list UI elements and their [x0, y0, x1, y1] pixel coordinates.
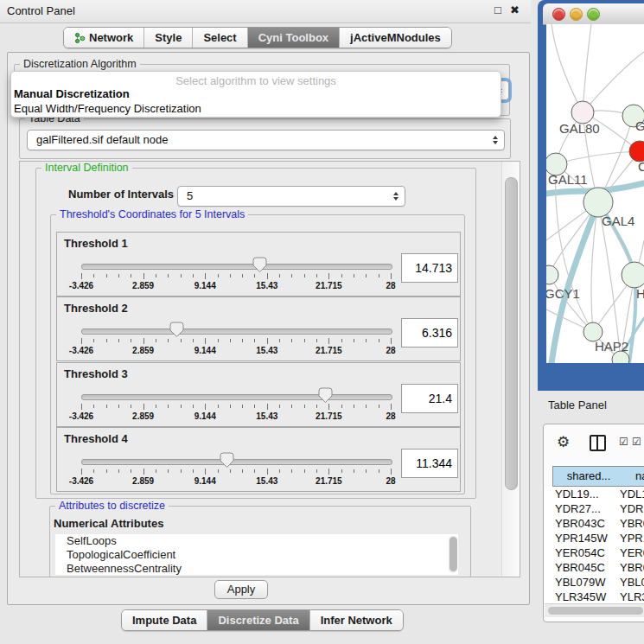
cell-shared-name: YDR27... [555, 501, 601, 516]
threshold-value-field[interactable]: 11.344 [401, 449, 458, 478]
attributes-group-title: Attributes to discretize [55, 500, 169, 513]
tab-discretize-data[interactable]: Discretize Data [207, 610, 309, 630]
slider-tick-label: 2.859 [124, 411, 163, 421]
slider-thumb[interactable] [318, 387, 333, 404]
threshold-value-field[interactable]: 21.4 [401, 384, 458, 413]
slider-thumb[interactable] [220, 452, 234, 469]
threshold-value-field[interactable]: 14.713 [401, 253, 458, 283]
algorithm-popup-item[interactable]: Manual Discretization [14, 87, 130, 100]
slider-tick [168, 469, 169, 473]
tab-style[interactable]: Style [143, 28, 192, 48]
close-traffic-light-icon[interactable] [552, 8, 565, 21]
network-node[interactable] [583, 188, 613, 217]
slider-track[interactable] [81, 459, 392, 465]
column-header-shared-name[interactable]: shared... [552, 466, 625, 487]
slider-tick [193, 339, 194, 342]
tab-impute-data[interactable]: Impute Data [122, 610, 207, 630]
table-panel-title: Table Panel [548, 399, 607, 411]
close-window-icon[interactable]: ✖ [510, 3, 520, 16]
table-row[interactable]: YBR043CYBR0 [546, 516, 644, 531]
slider-track[interactable] [81, 328, 392, 335]
table-row[interactable]: YLR345WYLR3 [546, 590, 644, 604]
network-node[interactable] [622, 262, 644, 288]
tab-label: jActiveMNodules [350, 31, 441, 44]
slider-tick [316, 469, 317, 473]
slider-tick [267, 338, 268, 344]
settings-scroll-viewport: Interval Definition Number of Intervals … [19, 161, 520, 577]
tab-jactivemnodules[interactable]: jActiveMNodules [339, 28, 451, 48]
network-node[interactable] [546, 265, 558, 284]
panel-title: Control Panel [7, 4, 75, 17]
table-hscrollbar-thumb[interactable] [548, 607, 643, 615]
attributes-scrollbar[interactable] [449, 536, 457, 573]
threshold-label: Threshold 3 [64, 367, 128, 380]
threshold-row-2: Threshold 2-3.4262.8599.14415.4321.71528… [56, 296, 461, 361]
table-row[interactable]: YBR045CYBR0 [546, 560, 644, 575]
slider-tick [304, 405, 305, 408]
slider-tick [81, 273, 82, 279]
slider-tick [379, 405, 379, 408]
algorithm-hint-item: Select algorithm to view settings [11, 74, 501, 87]
number-of-intervals-combobox[interactable]: 5 [177, 186, 405, 207]
table-data-group: Table Data galFiltered.sif default node [19, 118, 511, 159]
slider-tick [218, 339, 219, 342]
slider-track[interactable] [81, 264, 392, 270]
slider-tick [391, 469, 392, 475]
table-row[interactable]: YPR145WYPR1 [546, 531, 644, 545]
column-header-name[interactable]: na [624, 466, 644, 487]
slider-tick-label: 2.859 [124, 281, 163, 290]
slider-thumb[interactable] [169, 322, 184, 338]
slider-tick [230, 469, 231, 473]
slider-tick [143, 273, 144, 279]
apply-button[interactable]: Apply [214, 580, 268, 599]
slider-tick-label: 9.144 [186, 411, 224, 421]
split-table-icon[interactable] [590, 435, 606, 451]
slider-tick [267, 469, 268, 475]
settings-scrollbar-track[interactable] [501, 162, 520, 577]
tab-infer-network[interactable]: Infer Network [309, 610, 403, 630]
node-table-body[interactable]: YDL19...YDL1YDR27...YDR2YBR043CYBR0YPR14… [545, 487, 644, 604]
attribute-list-item[interactable]: BetweennessCentrality [55, 562, 458, 575]
table-data-combobox[interactable]: galFiltered.sif default node [27, 130, 505, 150]
slider-tick [93, 469, 94, 473]
slider-tick [81, 469, 82, 475]
attribute-list-item[interactable]: SelfLoops [55, 534, 458, 548]
threshold-label: Threshold 1 [64, 237, 128, 250]
table-row[interactable]: YDL19...YDL1 [546, 487, 644, 501]
combo-arrows-icon [393, 187, 399, 206]
select-columns-icon[interactable]: ☑ [619, 436, 628, 448]
settings-scrollbar-thumb[interactable] [505, 177, 518, 490]
threshold-value-field[interactable]: 6.316 [401, 318, 458, 348]
slider-track[interactable] [81, 394, 392, 400]
network-icon [74, 32, 86, 44]
slider-thumb[interactable] [252, 257, 267, 273]
float-window-icon[interactable]: □ [494, 3, 501, 16]
tab-cyni-toolbox[interactable]: Cyni Toolbox [247, 28, 339, 48]
network-window-titlebar[interactable] [543, 3, 644, 25]
zoom-traffic-light-icon[interactable] [587, 8, 600, 21]
network-view-window[interactable]: GAL80GCGAL11GAL4GCY1HHAP2 [538, 0, 644, 391]
network-node-label: GAL80 [559, 121, 600, 136]
slider-tick-label: 15.43 [248, 411, 286, 421]
table-row[interactable]: YBL079WYBL0 [546, 575, 644, 590]
network-canvas[interactable]: GAL80GCGAL11GAL4GCY1HHAP2 [546, 24, 644, 363]
gear-icon[interactable]: ⚙ [557, 433, 570, 451]
minimize-traffic-light-icon[interactable] [570, 8, 583, 21]
slider-tick [366, 405, 367, 408]
tab-network[interactable]: Network [64, 28, 143, 48]
slider-tick [328, 273, 329, 279]
select-rows-icon[interactable]: ☑ [632, 436, 641, 448]
algorithm-popup-item[interactable]: Equal Width/Frequency Discretization [14, 102, 201, 115]
table-row[interactable]: YDR27...YDR2 [546, 501, 644, 516]
numerical-attributes-list[interactable]: SelfLoopsTopologicalCoefficientBetweenne… [55, 534, 458, 575]
slider-tick [328, 404, 329, 410]
attribute-list-item[interactable]: TopologicalCoefficient [55, 548, 458, 562]
slider-tick [366, 274, 367, 277]
network-node-label: C [638, 159, 644, 174]
table-hscrollbar[interactable] [545, 603, 644, 617]
slider-tick [106, 339, 107, 342]
tab-label: Cyni Toolbox [258, 31, 328, 44]
tab-select[interactable]: Select [192, 28, 246, 48]
table-row[interactable]: YER054CYER0 [546, 545, 644, 560]
number-of-intervals-label: Number of Intervals [68, 188, 174, 201]
